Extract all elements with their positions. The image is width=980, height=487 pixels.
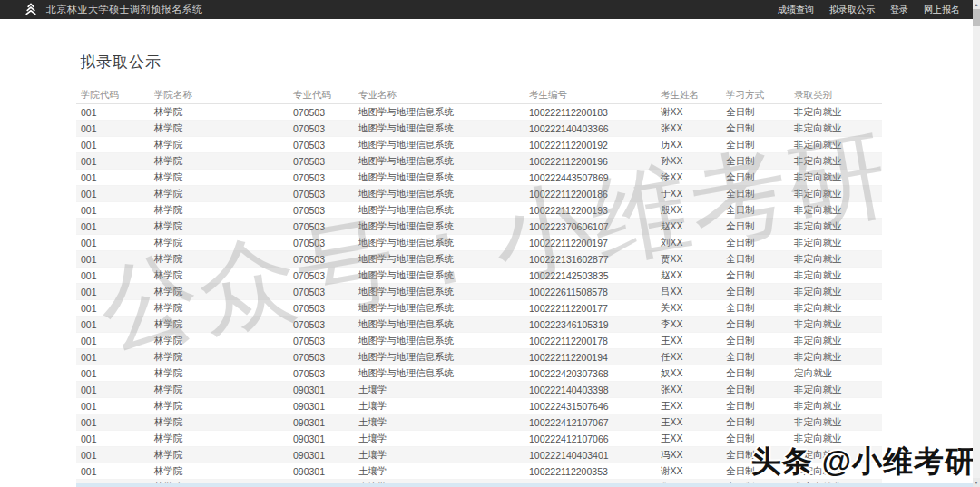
column-header-3: 专业名称: [354, 87, 524, 104]
table-cell: 关XX: [656, 300, 721, 317]
table-cell: 地图学与地理信息系统: [354, 317, 524, 333]
nav-score-query[interactable]: 成绩查询: [778, 4, 814, 16]
table-row: 001林学院070503地图学与地理信息系统100222443507869徐XX…: [76, 170, 882, 186]
table-cell: 090301: [289, 463, 354, 480]
table-cell: 100222112200196: [524, 153, 656, 170]
table-cell: 非定向就业: [789, 153, 882, 170]
table-cell: 林学院: [150, 186, 289, 202]
table-body: 001林学院070503地图学与地理信息系统100222112200183谢XX…: [76, 104, 882, 487]
table-cell: 非定向就业: [789, 431, 882, 447]
table-cell: 土壤学: [354, 447, 524, 463]
table-row: 001林学院070503地图学与地理信息系统100222112200196孙XX…: [76, 153, 882, 170]
table-cell: 001: [76, 414, 150, 431]
table-cell: 001: [76, 317, 150, 333]
table-cell: 地图学与地理信息系统: [354, 365, 524, 382]
table-cell: 历XX: [656, 137, 721, 153]
table-cell: 林学院: [150, 219, 289, 235]
table-cell: 001: [76, 251, 150, 268]
scroll-up-icon[interactable]: ▲: [973, 0, 980, 9]
table-cell: 全日制: [721, 333, 789, 349]
table-cell: 徐XX: [656, 170, 721, 186]
table-cell: 001: [76, 284, 150, 300]
table-cell: 于XX: [656, 186, 721, 202]
nav-login[interactable]: 登录: [890, 4, 908, 16]
table-row: 001林学院070503地图学与地理信息系统100222346105319李XX…: [76, 317, 882, 333]
table-cell: 001: [76, 365, 150, 382]
table-cell: 非定向就业: [789, 447, 882, 463]
scroll-down-icon[interactable]: ▼: [973, 478, 980, 487]
table-cell: 070503: [289, 170, 354, 186]
nav-online-registration[interactable]: 网上报名: [924, 4, 960, 16]
table-cell: 土壤学: [354, 382, 524, 398]
table-cell: 非定向就业: [789, 137, 882, 153]
scrollbar-thumb[interactable]: [973, 9, 980, 26]
table-cell: 001: [76, 186, 150, 202]
vertical-scrollbar[interactable]: ▲ ▼: [973, 0, 980, 487]
table-cell: 地图学与地理信息系统: [354, 333, 524, 349]
table-cell: 王XX: [656, 398, 721, 414]
table-cell: 非定向就业: [789, 284, 882, 300]
table-cell: 非定向就业: [789, 251, 882, 268]
table-cell: 全日制: [721, 268, 789, 284]
table-cell: 林学院: [150, 463, 289, 480]
table-cell: 100222412107066: [524, 431, 656, 447]
table-cell: 林学院: [150, 251, 289, 268]
table-cell: 林学院: [150, 382, 289, 398]
table-cell: 非定向就业: [789, 398, 882, 414]
table-cell: 070503: [289, 202, 354, 219]
page-title: 拟录取公示: [80, 52, 162, 73]
table-cell: 王XX: [656, 414, 721, 431]
table-row: 001林学院070503地图学与地理信息系统100222112200183谢XX…: [76, 104, 882, 121]
table-cell: 林学院: [150, 137, 289, 153]
table-cell: 非定向就业: [789, 414, 882, 431]
table-cell: 张XX: [656, 121, 721, 137]
table-row: 001林学院070503地图学与地理信息系统100222611508578吕XX…: [76, 284, 882, 300]
table-cell: 非定向就业: [789, 219, 882, 235]
nav-admission-announcement[interactable]: 拟录取公示: [829, 4, 875, 16]
table-row: 001林学院070503地图学与地理信息系统100222112200192历XX…: [76, 137, 882, 153]
column-header-6: 学习方式: [721, 87, 789, 104]
table-cell: 地图学与地理信息系统: [354, 186, 524, 202]
table-cell: 全日制: [721, 104, 789, 121]
table-cell: 100222443507869: [524, 170, 656, 186]
table-cell: 定向就业: [789, 365, 882, 382]
table-cell: 100222131602877: [524, 251, 656, 268]
table-cell: 001: [76, 382, 150, 398]
table-cell: 土壤学: [354, 463, 524, 480]
table-cell: 孙XX: [656, 153, 721, 170]
table-cell: 001: [76, 463, 150, 480]
table-cell: 林学院: [150, 153, 289, 170]
table-cell: 100222140403398: [524, 382, 656, 398]
table-cell: 070503: [289, 300, 354, 317]
university-logo-icon: [24, 3, 38, 16]
table-row: 001林学院090301土壤学100222412107066王XX全日制非定向就…: [76, 431, 882, 447]
table-cell: 非定向就业: [789, 317, 882, 333]
table-cell: 赵XX: [656, 268, 721, 284]
table-cell: 林学院: [150, 431, 289, 447]
table-cell: 全日制: [721, 284, 789, 300]
table-row: 001林学院090301土壤学100222112200353谢XX全日制非定向就…: [76, 463, 882, 480]
table-cell: 070503: [289, 333, 354, 349]
table-cell: 全日制: [721, 463, 789, 480]
table-cell: 冯XX: [656, 447, 721, 463]
admission-table-wrap: 学院代码学院名称专业代码专业名称考生编号考生姓名学习方式录取类别 001林学院0…: [76, 87, 882, 487]
table-cell: 全日制: [721, 137, 789, 153]
table-cell: 地图学与地理信息系统: [354, 284, 524, 300]
table-cell: 100222370606107: [524, 219, 656, 235]
table-cell: 100222112200177: [524, 300, 656, 317]
table-cell: 100222112200197: [524, 235, 656, 251]
table-cell: 张XX: [656, 382, 721, 398]
table-cell: 林学院: [150, 349, 289, 365]
app-header: 北京林业大学硕士调剂预报名系统 成绩查询 拟录取公示 登录 网上报名: [0, 0, 973, 19]
table-cell: 070503: [289, 104, 354, 121]
table-cell: 070503: [289, 137, 354, 153]
table-cell: 090301: [289, 414, 354, 431]
table-cell: 100222142503835: [524, 268, 656, 284]
table-cell: 070503: [289, 268, 354, 284]
column-header-2: 专业代码: [289, 87, 354, 104]
table-cell: 非定向就业: [789, 104, 882, 121]
column-header-4: 考生编号: [524, 87, 656, 104]
table-cell: 100222412107067: [524, 414, 656, 431]
table-cell: 090301: [289, 398, 354, 414]
table-cell: 001: [76, 170, 150, 186]
